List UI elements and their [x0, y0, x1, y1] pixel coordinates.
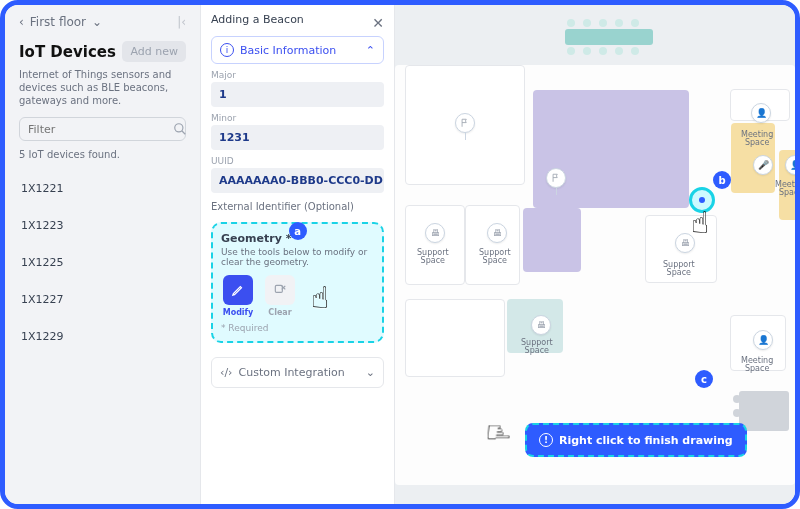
toast-text: Right click to finish drawing — [559, 434, 733, 447]
map-label: Support Space — [417, 249, 449, 265]
filter-input-wrap[interactable] — [19, 117, 186, 141]
callout-a: a — [289, 222, 307, 240]
callout-c: c — [695, 370, 713, 388]
svg-rect-2 — [275, 285, 282, 292]
map-marker-person[interactable]: 👤 — [751, 103, 771, 123]
list-item[interactable]: 1X1227 — [19, 281, 186, 318]
map-marker-printer[interactable]: 🖶 — [487, 223, 507, 243]
breadcrumb[interactable]: ‹ First floor ⌄ |‹ — [19, 15, 186, 29]
drawing-point[interactable] — [689, 187, 715, 213]
section-basic-info[interactable]: i Basic Information ⌃ — [211, 36, 384, 64]
close-icon[interactable]: ✕ — [372, 15, 384, 31]
map-chair — [733, 409, 741, 417]
code-icon: ‹/› — [220, 366, 233, 379]
geometry-section: a Geometry * Use the tools below to modi… — [211, 222, 384, 343]
minor-field[interactable]: 1231 — [211, 125, 384, 150]
map-label: Meeting Space — [741, 131, 773, 147]
map-chair — [583, 19, 591, 27]
collapse-icon[interactable]: |‹ — [177, 15, 186, 29]
uuid-field[interactable]: AAAAAAA0-BBB0-CCC0-DDD0-4A550 — [211, 168, 384, 193]
map-room — [465, 205, 520, 285]
map-chair — [615, 47, 623, 55]
external-id-label: External Identifier (Optional) — [211, 201, 384, 212]
map-chair — [583, 47, 591, 55]
map-chair — [599, 19, 607, 27]
modify-label: Modify — [221, 308, 255, 317]
callout-b: b — [713, 171, 731, 189]
list-item[interactable]: 1X1225 — [19, 244, 186, 281]
map-marker-mic[interactable]: 🎤 — [753, 155, 773, 175]
map-marker-printer[interactable]: 🖶 — [675, 233, 695, 253]
map-chair — [567, 47, 575, 55]
map-room — [405, 299, 505, 377]
section-basic-label: Basic Information — [240, 44, 336, 57]
list-item[interactable]: 1X1223 — [19, 207, 186, 244]
clear-icon — [273, 283, 287, 297]
map-chair — [615, 19, 623, 27]
map-chair — [631, 47, 639, 55]
clear-label: Clear — [263, 308, 297, 317]
map-label: Meeting Space — [775, 181, 795, 197]
map-table — [565, 29, 653, 45]
map-room — [523, 208, 581, 272]
chevron-down-icon[interactable]: ⌄ — [92, 15, 102, 29]
svg-line-1 — [182, 131, 186, 135]
back-icon[interactable]: ‹ — [19, 15, 24, 29]
map-room — [405, 205, 465, 285]
geometry-subtitle: Use the tools below to modify or clear t… — [221, 247, 374, 267]
map-chair — [599, 47, 607, 55]
map-label: Meeting Space — [741, 357, 773, 373]
required-note: * Required — [221, 323, 374, 333]
filter-input[interactable] — [28, 123, 173, 136]
breadcrumb-label: First floor — [30, 15, 86, 29]
info-icon: i — [220, 43, 234, 57]
map-marker-flag[interactable] — [546, 168, 566, 188]
map-table — [739, 391, 789, 431]
drawing-toast: ! Right click to finish drawing — [525, 423, 747, 457]
search-icon[interactable] — [173, 122, 187, 136]
page-subtitle: Internet of Things sensors and devices s… — [19, 68, 186, 107]
map-label: Support Space — [521, 339, 553, 355]
clear-tool[interactable]: Clear — [263, 275, 297, 317]
uuid-label: UUID — [211, 156, 384, 166]
minor-label: Minor — [211, 113, 384, 123]
chevron-down-icon[interactable]: ⌄ — [366, 366, 375, 379]
map-marker-printer[interactable]: 🖶 — [531, 315, 551, 335]
map-label: Support Space — [663, 261, 695, 277]
map-chair — [631, 19, 639, 27]
modify-tool[interactable]: Modify — [221, 275, 255, 317]
major-label: Major — [211, 70, 384, 80]
list-item[interactable]: 1X1229 — [19, 318, 186, 355]
result-count: 5 IoT devices found. — [19, 149, 186, 160]
floor-map[interactable]: 🖶 🖶 🖶 🖶 👤 🎤 👤 👤 Support Space Support Sp… — [395, 5, 795, 504]
map-label: Support Space — [479, 249, 511, 265]
pencil-icon — [231, 283, 245, 297]
chevron-up-icon[interactable]: ⌃ — [366, 44, 375, 57]
info-icon: ! — [539, 433, 553, 447]
device-sidebar: ‹ First floor ⌄ |‹ IoT Devices Add new I… — [5, 5, 200, 504]
panel-title: Adding a Beacon — [211, 13, 384, 26]
map-marker-person[interactable]: 👤 — [753, 330, 773, 350]
map-chair — [733, 395, 741, 403]
svg-point-0 — [175, 124, 183, 132]
map-chair — [567, 19, 575, 27]
map-marker-printer[interactable]: 🖶 — [425, 223, 445, 243]
add-new-button[interactable]: Add new — [122, 41, 186, 62]
major-field[interactable]: 1 — [211, 82, 384, 107]
edit-panel: Adding a Beacon ✕ i Basic Information ⌃ … — [200, 5, 395, 504]
list-item[interactable]: 1X1221 — [19, 170, 186, 207]
page-title: IoT Devices — [19, 43, 116, 61]
section-custom-integration[interactable]: ‹/›Custom Integration ⌄ — [211, 357, 384, 388]
map-marker-flag[interactable] — [455, 113, 475, 133]
custom-integration-label: Custom Integration — [239, 366, 345, 379]
